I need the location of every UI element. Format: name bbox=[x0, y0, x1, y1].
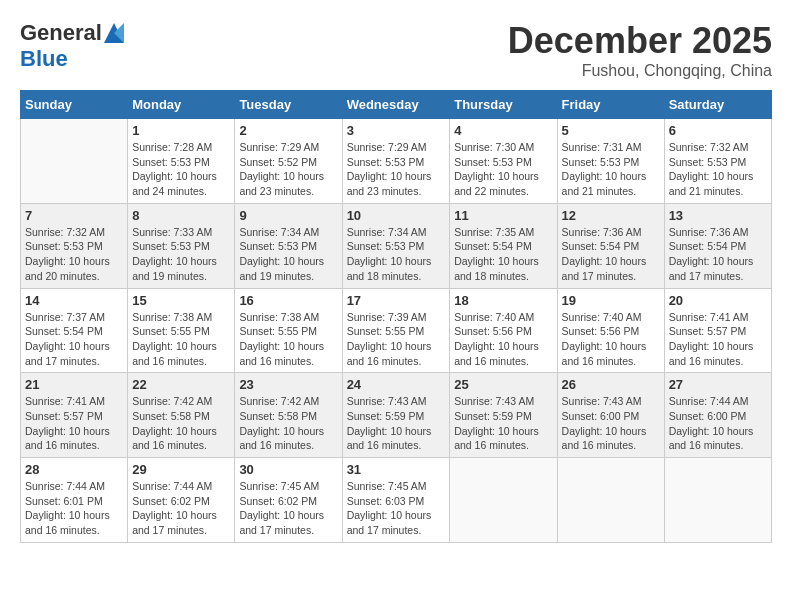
day-number: 9 bbox=[239, 208, 337, 223]
header-tuesday: Tuesday bbox=[235, 91, 342, 119]
table-row: 28Sunrise: 7:44 AMSunset: 6:01 PMDayligh… bbox=[21, 458, 128, 543]
day-number: 1 bbox=[132, 123, 230, 138]
day-number: 24 bbox=[347, 377, 446, 392]
logo: General Blue bbox=[20, 20, 124, 72]
day-info: Sunrise: 7:42 AMSunset: 5:58 PMDaylight:… bbox=[239, 394, 337, 453]
day-info: Sunrise: 7:28 AMSunset: 5:53 PMDaylight:… bbox=[132, 140, 230, 199]
day-number: 23 bbox=[239, 377, 337, 392]
table-row bbox=[557, 458, 664, 543]
day-number: 5 bbox=[562, 123, 660, 138]
day-number: 29 bbox=[132, 462, 230, 477]
location-subtitle: Fushou, Chongqing, China bbox=[508, 62, 772, 80]
day-info: Sunrise: 7:31 AMSunset: 5:53 PMDaylight:… bbox=[562, 140, 660, 199]
day-info: Sunrise: 7:32 AMSunset: 5:53 PMDaylight:… bbox=[669, 140, 767, 199]
day-number: 12 bbox=[562, 208, 660, 223]
table-row: 8Sunrise: 7:33 AMSunset: 5:53 PMDaylight… bbox=[128, 203, 235, 288]
table-row bbox=[664, 458, 771, 543]
day-number: 28 bbox=[25, 462, 123, 477]
day-number: 31 bbox=[347, 462, 446, 477]
day-info: Sunrise: 7:40 AMSunset: 5:56 PMDaylight:… bbox=[454, 310, 552, 369]
day-number: 2 bbox=[239, 123, 337, 138]
day-number: 22 bbox=[132, 377, 230, 392]
day-number: 13 bbox=[669, 208, 767, 223]
table-row: 29Sunrise: 7:44 AMSunset: 6:02 PMDayligh… bbox=[128, 458, 235, 543]
calendar-header-row: Sunday Monday Tuesday Wednesday Thursday… bbox=[21, 91, 772, 119]
day-info: Sunrise: 7:29 AMSunset: 5:52 PMDaylight:… bbox=[239, 140, 337, 199]
header-sunday: Sunday bbox=[21, 91, 128, 119]
day-info: Sunrise: 7:45 AMSunset: 6:02 PMDaylight:… bbox=[239, 479, 337, 538]
day-info: Sunrise: 7:43 AMSunset: 5:59 PMDaylight:… bbox=[454, 394, 552, 453]
day-info: Sunrise: 7:41 AMSunset: 5:57 PMDaylight:… bbox=[669, 310, 767, 369]
table-row: 21Sunrise: 7:41 AMSunset: 5:57 PMDayligh… bbox=[21, 373, 128, 458]
header-thursday: Thursday bbox=[450, 91, 557, 119]
header-wednesday: Wednesday bbox=[342, 91, 450, 119]
table-row: 9Sunrise: 7:34 AMSunset: 5:53 PMDaylight… bbox=[235, 203, 342, 288]
page-header: General Blue December 2025 Fushou, Chong… bbox=[20, 20, 772, 80]
table-row: 23Sunrise: 7:42 AMSunset: 5:58 PMDayligh… bbox=[235, 373, 342, 458]
day-number: 20 bbox=[669, 293, 767, 308]
day-info: Sunrise: 7:44 AMSunset: 6:00 PMDaylight:… bbox=[669, 394, 767, 453]
day-number: 3 bbox=[347, 123, 446, 138]
day-info: Sunrise: 7:38 AMSunset: 5:55 PMDaylight:… bbox=[239, 310, 337, 369]
day-info: Sunrise: 7:44 AMSunset: 6:02 PMDaylight:… bbox=[132, 479, 230, 538]
day-number: 15 bbox=[132, 293, 230, 308]
calendar-week-row: 21Sunrise: 7:41 AMSunset: 5:57 PMDayligh… bbox=[21, 373, 772, 458]
table-row: 30Sunrise: 7:45 AMSunset: 6:02 PMDayligh… bbox=[235, 458, 342, 543]
day-info: Sunrise: 7:34 AMSunset: 5:53 PMDaylight:… bbox=[347, 225, 446, 284]
day-info: Sunrise: 7:35 AMSunset: 5:54 PMDaylight:… bbox=[454, 225, 552, 284]
day-number: 30 bbox=[239, 462, 337, 477]
day-info: Sunrise: 7:38 AMSunset: 5:55 PMDaylight:… bbox=[132, 310, 230, 369]
table-row: 11Sunrise: 7:35 AMSunset: 5:54 PMDayligh… bbox=[450, 203, 557, 288]
table-row: 18Sunrise: 7:40 AMSunset: 5:56 PMDayligh… bbox=[450, 288, 557, 373]
day-number: 10 bbox=[347, 208, 446, 223]
table-row: 25Sunrise: 7:43 AMSunset: 5:59 PMDayligh… bbox=[450, 373, 557, 458]
table-row: 12Sunrise: 7:36 AMSunset: 5:54 PMDayligh… bbox=[557, 203, 664, 288]
table-row: 24Sunrise: 7:43 AMSunset: 5:59 PMDayligh… bbox=[342, 373, 450, 458]
table-row: 13Sunrise: 7:36 AMSunset: 5:54 PMDayligh… bbox=[664, 203, 771, 288]
day-number: 11 bbox=[454, 208, 552, 223]
day-info: Sunrise: 7:29 AMSunset: 5:53 PMDaylight:… bbox=[347, 140, 446, 199]
table-row: 6Sunrise: 7:32 AMSunset: 5:53 PMDaylight… bbox=[664, 119, 771, 204]
calendar-week-row: 1Sunrise: 7:28 AMSunset: 5:53 PMDaylight… bbox=[21, 119, 772, 204]
day-info: Sunrise: 7:43 AMSunset: 5:59 PMDaylight:… bbox=[347, 394, 446, 453]
table-row: 1Sunrise: 7:28 AMSunset: 5:53 PMDaylight… bbox=[128, 119, 235, 204]
day-info: Sunrise: 7:42 AMSunset: 5:58 PMDaylight:… bbox=[132, 394, 230, 453]
logo-general-text: General bbox=[20, 20, 102, 46]
table-row: 19Sunrise: 7:40 AMSunset: 5:56 PMDayligh… bbox=[557, 288, 664, 373]
table-row: 20Sunrise: 7:41 AMSunset: 5:57 PMDayligh… bbox=[664, 288, 771, 373]
table-row: 3Sunrise: 7:29 AMSunset: 5:53 PMDaylight… bbox=[342, 119, 450, 204]
day-number: 25 bbox=[454, 377, 552, 392]
table-row: 7Sunrise: 7:32 AMSunset: 5:53 PMDaylight… bbox=[21, 203, 128, 288]
table-row: 31Sunrise: 7:45 AMSunset: 6:03 PMDayligh… bbox=[342, 458, 450, 543]
day-info: Sunrise: 7:32 AMSunset: 5:53 PMDaylight:… bbox=[25, 225, 123, 284]
calendar-table: Sunday Monday Tuesday Wednesday Thursday… bbox=[20, 90, 772, 543]
header-monday: Monday bbox=[128, 91, 235, 119]
day-info: Sunrise: 7:37 AMSunset: 5:54 PMDaylight:… bbox=[25, 310, 123, 369]
day-info: Sunrise: 7:41 AMSunset: 5:57 PMDaylight:… bbox=[25, 394, 123, 453]
table-row: 15Sunrise: 7:38 AMSunset: 5:55 PMDayligh… bbox=[128, 288, 235, 373]
day-number: 16 bbox=[239, 293, 337, 308]
calendar-week-row: 28Sunrise: 7:44 AMSunset: 6:01 PMDayligh… bbox=[21, 458, 772, 543]
day-number: 4 bbox=[454, 123, 552, 138]
day-number: 21 bbox=[25, 377, 123, 392]
table-row: 5Sunrise: 7:31 AMSunset: 5:53 PMDaylight… bbox=[557, 119, 664, 204]
day-number: 17 bbox=[347, 293, 446, 308]
table-row: 10Sunrise: 7:34 AMSunset: 5:53 PMDayligh… bbox=[342, 203, 450, 288]
logo-blue-text: Blue bbox=[20, 46, 68, 72]
logo-icon bbox=[104, 23, 124, 43]
day-number: 19 bbox=[562, 293, 660, 308]
calendar-week-row: 14Sunrise: 7:37 AMSunset: 5:54 PMDayligh… bbox=[21, 288, 772, 373]
header-friday: Friday bbox=[557, 91, 664, 119]
table-row: 26Sunrise: 7:43 AMSunset: 6:00 PMDayligh… bbox=[557, 373, 664, 458]
day-number: 26 bbox=[562, 377, 660, 392]
day-info: Sunrise: 7:30 AMSunset: 5:53 PMDaylight:… bbox=[454, 140, 552, 199]
title-section: December 2025 Fushou, Chongqing, China bbox=[508, 20, 772, 80]
day-number: 8 bbox=[132, 208, 230, 223]
day-info: Sunrise: 7:33 AMSunset: 5:53 PMDaylight:… bbox=[132, 225, 230, 284]
day-number: 7 bbox=[25, 208, 123, 223]
day-info: Sunrise: 7:44 AMSunset: 6:01 PMDaylight:… bbox=[25, 479, 123, 538]
day-number: 14 bbox=[25, 293, 123, 308]
table-row bbox=[450, 458, 557, 543]
day-number: 27 bbox=[669, 377, 767, 392]
day-info: Sunrise: 7:45 AMSunset: 6:03 PMDaylight:… bbox=[347, 479, 446, 538]
